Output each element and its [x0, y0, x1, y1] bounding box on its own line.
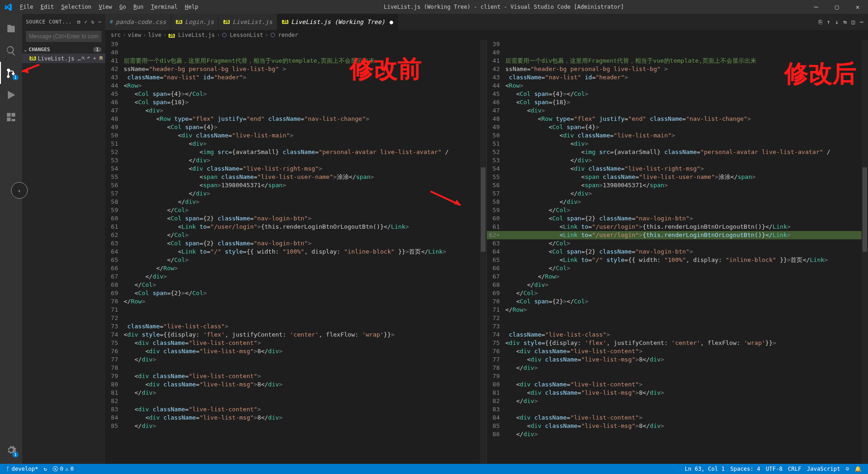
feedback-icon[interactable]: ☺	[843, 466, 852, 472]
code-line[interactable]: 68 </Col>	[105, 281, 486, 289]
code-line[interactable]: 53 </div>	[487, 156, 868, 165]
code-line[interactable]: 49 <Col span={4}>	[487, 123, 868, 131]
code-line[interactable]: 48 <Row type="flex" justify="end" classN…	[487, 115, 868, 123]
changed-file-item[interactable]: JS LiveList.js src\vi... ⇱ ↶ ＋ M	[22, 53, 105, 63]
tab-more-icon[interactable]: ⋯	[860, 18, 863, 25]
menu-go[interactable]: Go	[116, 0, 130, 14]
code-line[interactable]: 82	[105, 397, 486, 405]
code-line[interactable]: 51 <div>	[487, 140, 868, 148]
code-line[interactable]: 44<Row>	[105, 82, 486, 90]
code-line[interactable]: 51 <div>	[105, 140, 486, 148]
code-line[interactable]: 75 <div className="live-list-content">	[105, 339, 486, 347]
code-line[interactable]: 45 <Col span={4}></Col>	[105, 90, 486, 98]
code-line[interactable]: 83 <div className="live-list-content">	[105, 405, 486, 414]
code-line[interactable]: 46 <Col span={18}>	[487, 98, 868, 107]
explorer-icon[interactable]	[0, 18, 22, 40]
more-icon[interactable]: ⋯	[98, 19, 102, 25]
open-file-icon[interactable]: ⇱	[82, 54, 85, 62]
code-line[interactable]: 41层需要用一个div包裹，这里用Fragment代替，相当于vue的templ…	[105, 57, 486, 65]
code-line[interactable]: 64 <Link to="/" style={{ width: "100%", …	[105, 248, 486, 256]
search-icon[interactable]	[0, 40, 22, 62]
code-line[interactable]: 70</Row>	[105, 297, 486, 306]
code-line[interactable]: 55 <span className="live-list-user-name"…	[487, 173, 868, 181]
code-line[interactable]: 63 </Col>	[487, 239, 868, 248]
breadcrumb-segment[interactable]: ⬡ LessonList	[222, 32, 263, 38]
code-line[interactable]: 67 </div>	[105, 273, 486, 281]
code-line[interactable]: 77 <div className="live-list-msg">8</div…	[487, 356, 868, 364]
commit-check-icon[interactable]: ✓	[84, 19, 88, 25]
code-line[interactable]: 67 </Row>	[487, 273, 868, 281]
code-line[interactable]: 73 className="live-list-class">	[105, 322, 486, 331]
cursor-position[interactable]: Ln 63, Col 1	[682, 466, 728, 472]
menu-view[interactable]: View	[95, 0, 116, 14]
encoding-indicator[interactable]: UTF-8	[763, 466, 785, 472]
code-line[interactable]: 53 </div>	[105, 156, 486, 165]
tab-panda-code-css[interactable]: #panda-code.css	[105, 14, 171, 30]
code-line[interactable]: 76 <div className="live-list-content">	[487, 347, 868, 356]
code-line[interactable]: 84 <div className="live-list-content">	[487, 414, 868, 422]
code-line[interactable]: 85 <div className="live-list-msg">8</div…	[487, 422, 868, 430]
code-line[interactable]: 76 <div className="live-list-msg">8</div…	[105, 347, 486, 356]
code-line[interactable]: 46 <Col span={18}>	[105, 98, 486, 107]
problems-indicator[interactable]: ⓧ 0 ⚠ 0	[50, 465, 77, 473]
code-line[interactable]: 66 </Row>	[105, 264, 486, 273]
notifications-icon[interactable]: 🔔	[852, 466, 864, 472]
eol-indicator[interactable]: CRLF	[785, 466, 804, 472]
code-line[interactable]: 56 <span>13980045371</span>	[105, 181, 486, 190]
code-line[interactable]: 43 className="nav-list" id="header">	[487, 73, 868, 82]
code-line[interactable]: 72	[487, 314, 868, 322]
code-line[interactable]: 82 </div>	[487, 397, 868, 405]
changes-section[interactable]: ⌄ CHANGES 1	[22, 46, 105, 53]
code-line[interactable]: 44<Row>	[487, 82, 868, 90]
stage-plus-icon[interactable]: ＋	[92, 54, 97, 62]
code-line[interactable]: 75<div style={{display: 'flex', justifyC…	[487, 339, 868, 347]
code-line[interactable]: 74<div style={{display: 'flex', justifyC…	[105, 331, 486, 339]
branch-indicator[interactable]: ᚶ develop*	[4, 466, 41, 472]
prev-change-icon[interactable]: ↑	[827, 18, 831, 25]
code-line[interactable]: 69 <Col span={2}></Col>	[105, 289, 486, 297]
code-line[interactable]: 65 <Link to="/" style={{ width: "100%", …	[487, 256, 868, 264]
scrollbar-left[interactable]	[480, 40, 486, 464]
code-line[interactable]: 54 <div className="live-list-right-msg">	[105, 165, 486, 173]
code-line[interactable]: 80 <div className="live-list-content">	[487, 380, 868, 389]
next-change-icon[interactable]: ↓	[835, 18, 839, 25]
code-line[interactable]: 52 <img src={avatarSmall} className="per…	[105, 148, 486, 156]
code-line[interactable]: 41层需要用一个div包裹，这里用Fragment代替，相当于vue的templ…	[487, 57, 868, 65]
code-line[interactable]: 65 </Col>	[105, 256, 486, 264]
code-line[interactable]: 40	[487, 48, 868, 57]
code-line[interactable]: 66 </Col>	[487, 264, 868, 273]
code-line[interactable]: 39	[105, 40, 486, 48]
extensions-icon[interactable]	[0, 106, 22, 128]
breadcrumb-segment[interactable]: src	[111, 32, 121, 38]
code-line[interactable]: 48 <Row type="flex" justify="end" classN…	[105, 115, 486, 123]
code-line[interactable]: 56 <span>13980045371</span>	[487, 181, 868, 190]
breadcrumb-segment[interactable]: ⬡ render	[270, 32, 299, 38]
settings-gear-icon[interactable]: 1	[0, 439, 22, 461]
diff-pane-modified[interactable]: 394041层需要用一个div包裹，这里用Fragment代替，相当于vue的t…	[486, 40, 868, 464]
code-line[interactable]: 83	[487, 405, 868, 414]
toggle-inline-icon[interactable]: ⇆	[844, 18, 847, 25]
code-line[interactable]: 62 </Col>	[105, 231, 486, 239]
code-line[interactable]: 55 <span className="live-list-user-name"…	[105, 173, 486, 181]
code-line[interactable]: 60 <Col span={2} className="nav-login-bt…	[105, 214, 486, 223]
breadcrumbs[interactable]: src›view›live›JS LiveList.js›⬡ LessonLis…	[105, 30, 868, 40]
code-line[interactable]: 64 <Col span={2} className="nav-login-bt…	[487, 248, 868, 256]
code-line[interactable]: 85 </div>	[105, 422, 486, 430]
code-line[interactable]: 58 </div>	[105, 198, 486, 206]
menu-edit[interactable]: Edit	[37, 0, 58, 14]
window-minimize-button[interactable]: ─	[806, 0, 826, 14]
code-line[interactable]: 40	[105, 48, 486, 57]
code-line[interactable]: 47 <div>	[487, 107, 868, 115]
language-indicator[interactable]: JavaScript	[804, 466, 843, 472]
code-line[interactable]: 63 <Col span={2} className="nav-login-bt…	[105, 239, 486, 248]
code-line[interactable]: 42ssName="header-bg personal-bg live-lis…	[105, 65, 486, 73]
diff-pane-original[interactable]: 394041层需要用一个div包裹，这里用Fragment代替，相当于vue的t…	[105, 40, 486, 464]
code-line[interactable]: 58 </div>	[487, 198, 868, 206]
code-line[interactable]: 73	[487, 322, 868, 331]
code-line[interactable]: 84 <div className="live-list-msg">8</div…	[105, 414, 486, 422]
code-line[interactable]: 54 <div className="live-list-right-msg">	[487, 165, 868, 173]
code-line[interactable]: 59 </Col>	[105, 206, 486, 214]
code-line[interactable]: 61 <Link to="/user/login">{this.renderLo…	[487, 223, 868, 231]
discard-icon[interactable]: ↶	[87, 54, 90, 62]
go-to-file-icon[interactable]: ⎘	[819, 18, 822, 25]
